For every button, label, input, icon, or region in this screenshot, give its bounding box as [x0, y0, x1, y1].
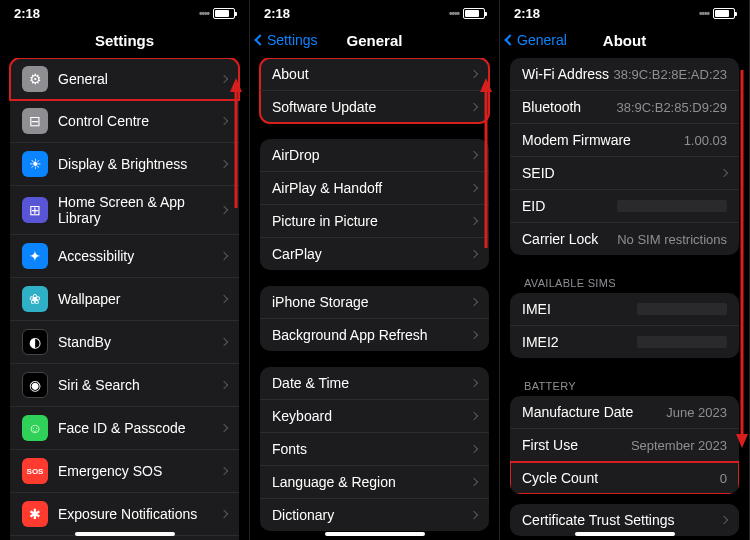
row-imei[interactable]: IMEI [510, 293, 739, 326]
battery-icon [463, 8, 485, 19]
status-bar: 2:18 •••• [250, 0, 499, 22]
row-fonts[interactable]: Fonts [260, 433, 489, 466]
faceid-icon: ☺ [22, 415, 48, 441]
row-carrier-lock[interactable]: Carrier LockNo SIM restrictions [510, 223, 739, 255]
status-time: 2:18 [264, 6, 290, 21]
row-storage[interactable]: iPhone Storage [260, 286, 489, 319]
chevron-right-icon [470, 151, 478, 159]
chevron-right-icon [470, 379, 478, 387]
chevron-right-icon [470, 103, 478, 111]
signal-icon: •••• [449, 8, 459, 19]
row-siri[interactable]: ◉ Siri & Search [10, 364, 239, 407]
chevron-left-icon [254, 34, 265, 45]
grid-icon: ⊞ [22, 197, 48, 223]
row-bluetooth[interactable]: Bluetooth38:9C:B2:85:D9:29 [510, 91, 739, 124]
chevron-right-icon [470, 184, 478, 192]
row-faceid[interactable]: ☺ Face ID & Passcode [10, 407, 239, 450]
home-indicator[interactable] [325, 532, 425, 536]
row-standby[interactable]: ◐ StandBy [10, 321, 239, 364]
chevron-right-icon [470, 298, 478, 306]
general-screen: 2:18 •••• Settings General About Softwar… [250, 0, 500, 540]
row-battery[interactable]: ▮ Battery [10, 536, 239, 540]
about-screen: 2:18 •••• General About Wi-Fi Address38:… [500, 0, 750, 540]
row-about[interactable]: About [260, 58, 489, 91]
status-time: 2:18 [514, 6, 540, 21]
flower-icon: ❀ [22, 286, 48, 312]
status-time: 2:18 [14, 6, 40, 21]
row-software-update[interactable]: Software Update [260, 91, 489, 123]
chevron-right-icon [220, 467, 228, 475]
battery-header: BATTERY [510, 374, 739, 396]
page-title: General [347, 32, 403, 49]
about-group: About Software Update [260, 58, 489, 123]
brightness-icon: ☀ [22, 151, 48, 177]
chevron-right-icon [220, 381, 228, 389]
chevron-right-icon [470, 412, 478, 420]
status-bar: 2:18 •••• [0, 0, 249, 22]
row-dictionary[interactable]: Dictionary [260, 499, 489, 531]
row-airplay[interactable]: AirPlay & Handoff [260, 172, 489, 205]
chevron-right-icon [470, 217, 478, 225]
row-eid[interactable]: EID [510, 190, 739, 223]
chevron-right-icon [220, 338, 228, 346]
row-wifi-address[interactable]: Wi-Fi Address38:9C:B2:8E:AD:23 [510, 58, 739, 91]
row-datetime[interactable]: Date & Time [260, 367, 489, 400]
clock-icon: ◐ [22, 329, 48, 355]
nav-bar: General About [500, 22, 749, 58]
chevron-right-icon [470, 445, 478, 453]
row-keyboard[interactable]: Keyboard [260, 400, 489, 433]
battery-icon [713, 8, 735, 19]
row-modem[interactable]: Modem Firmware1.00.03 [510, 124, 739, 157]
siri-icon: ◉ [22, 372, 48, 398]
row-language[interactable]: Language & Region [260, 466, 489, 499]
chevron-right-icon [220, 424, 228, 432]
row-general[interactable]: ⚙ General [10, 58, 239, 100]
chevron-right-icon [220, 206, 228, 214]
chevron-right-icon [470, 250, 478, 258]
page-title: About [603, 32, 646, 49]
row-manufacture-date[interactable]: Manufacture DateJune 2023 [510, 396, 739, 429]
chevron-right-icon [220, 510, 228, 518]
back-button[interactable]: General [506, 32, 567, 48]
chevron-left-icon [504, 34, 515, 45]
sims-group: IMEI IMEI2 [510, 293, 739, 358]
row-home-screen[interactable]: ⊞ Home Screen & App Library [10, 186, 239, 235]
general-row-group: ⚙ General [10, 58, 239, 100]
chevron-right-icon [720, 169, 728, 177]
row-pip[interactable]: Picture in Picture [260, 205, 489, 238]
row-wallpaper[interactable]: ❀ Wallpaper [10, 278, 239, 321]
home-indicator[interactable] [575, 532, 675, 536]
chevron-right-icon [220, 160, 228, 168]
exposure-icon: ✱ [22, 501, 48, 527]
row-seid[interactable]: SEID [510, 157, 739, 190]
row-control-centre[interactable]: ⊟ Control Centre [10, 100, 239, 143]
signal-icon: •••• [699, 8, 709, 19]
row-bg-refresh[interactable]: Background App Refresh [260, 319, 489, 351]
signal-icon: •••• [199, 8, 209, 19]
row-exposure[interactable]: ✱ Exposure Notifications [10, 493, 239, 536]
row-label: General [58, 71, 213, 87]
accessibility-icon: ✦ [22, 243, 48, 269]
row-airdrop[interactable]: AirDrop [260, 139, 489, 172]
chevron-right-icon [470, 478, 478, 486]
settings-group: ⊟ Control Centre ☀ Display & Brightness … [10, 100, 239, 540]
chevron-right-icon [220, 252, 228, 260]
row-first-use[interactable]: First UseSeptember 2023 [510, 429, 739, 462]
chevron-right-icon [220, 295, 228, 303]
switches-icon: ⊟ [22, 108, 48, 134]
row-accessibility[interactable]: ✦ Accessibility [10, 235, 239, 278]
row-imei2[interactable]: IMEI2 [510, 326, 739, 358]
row-cycle-count[interactable]: Cycle Count0 [510, 462, 739, 494]
page-title: Settings [95, 32, 154, 49]
back-button[interactable]: Settings [256, 32, 318, 48]
battery-icon [213, 8, 235, 19]
home-indicator[interactable] [75, 532, 175, 536]
row-display[interactable]: ☀ Display & Brightness [10, 143, 239, 186]
nav-bar: Settings General [250, 22, 499, 58]
chevron-right-icon [470, 511, 478, 519]
row-carplay[interactable]: CarPlay [260, 238, 489, 270]
row-sos[interactable]: SOS Emergency SOS [10, 450, 239, 493]
status-bar: 2:18 •••• [500, 0, 749, 22]
battery-group: Manufacture DateJune 2023 First UseSepte… [510, 396, 739, 494]
chevron-right-icon [220, 117, 228, 125]
